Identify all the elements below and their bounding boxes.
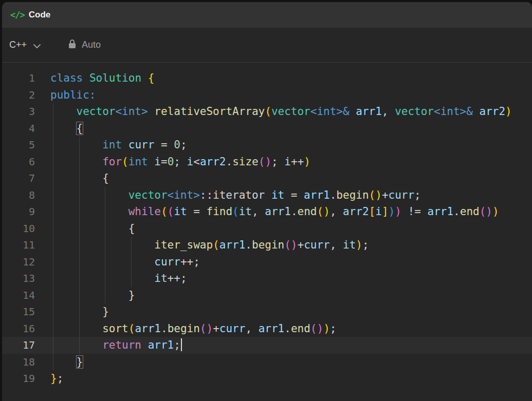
code-token: ; bbox=[330, 322, 337, 335]
code-token: , bbox=[330, 239, 343, 251]
code-token: int bbox=[129, 156, 148, 168]
code-token: ( bbox=[265, 105, 271, 118]
code-token: arr1 bbox=[428, 205, 454, 218]
code-token: sort bbox=[102, 322, 129, 335]
code-token: find bbox=[206, 205, 232, 218]
code-token: vector bbox=[271, 105, 310, 118]
code-line[interactable]: 4 { bbox=[2, 120, 532, 137]
code-token: ) bbox=[505, 105, 512, 118]
code-line[interactable]: 2public: bbox=[2, 87, 532, 104]
code-token: ; bbox=[174, 156, 187, 168]
code-token: ; bbox=[57, 372, 64, 385]
code-line[interactable]: 10 { bbox=[2, 220, 532, 237]
code-line[interactable]: 14 } bbox=[2, 287, 532, 304]
code-token: ) bbox=[304, 156, 310, 168]
code-line[interactable]: 6 for(int i=0; i<arr2.size(); i++) bbox=[2, 154, 532, 170]
line-number: 3 bbox=[2, 103, 35, 120]
code-token: ) bbox=[317, 322, 324, 335]
code-token: arr2 bbox=[343, 205, 369, 218]
code-token: ( bbox=[161, 205, 168, 218]
code-token: ( bbox=[168, 205, 174, 218]
code-line[interactable]: 17 return arr1; bbox=[2, 337, 532, 354]
code-line[interactable]: 1class Solution { bbox=[2, 70, 532, 87]
code-token: arr1 bbox=[219, 239, 246, 251]
code-token: begin bbox=[336, 189, 369, 201]
language-selector[interactable]: C++ bbox=[9, 39, 41, 51]
code-token: , bbox=[382, 105, 395, 118]
code-line-content: { bbox=[35, 220, 135, 237]
code-line[interactable]: 15 } bbox=[2, 303, 532, 320]
code-token: vector bbox=[77, 105, 116, 118]
code-token: ) bbox=[395, 205, 401, 218]
code-line-content: curr++; bbox=[35, 254, 200, 271]
code-token: arr1 bbox=[135, 322, 161, 335]
code-token: . bbox=[284, 322, 291, 335]
line-number: 17 bbox=[2, 337, 35, 354]
code-line[interactable]: 13 it++; bbox=[2, 270, 532, 287]
code-token: vector bbox=[395, 105, 434, 118]
code-token: + bbox=[382, 189, 389, 201]
line-number: 4 bbox=[2, 120, 35, 137]
code-token: ++; bbox=[168, 272, 187, 284]
code-token: it bbox=[271, 189, 284, 201]
code-token: for bbox=[102, 156, 122, 168]
code-token: i bbox=[187, 156, 194, 168]
code-token: ) bbox=[323, 205, 330, 218]
code-token: ) bbox=[265, 156, 271, 168]
code-line-content: int curr = 0; bbox=[35, 137, 187, 154]
code-token: iter_swap bbox=[154, 239, 213, 251]
code-panel: </> Code C++ Auto 1class Solution {2publ… bbox=[2, 2, 532, 401]
code-token: arr1 bbox=[148, 339, 174, 351]
code-token: ( bbox=[129, 322, 135, 335]
code-token: ) bbox=[375, 189, 382, 201]
code-line-content: } bbox=[35, 354, 83, 371]
code-token: ( bbox=[200, 322, 207, 335]
code-editor[interactable]: 1class Solution {2public:3 vector<int> r… bbox=[2, 63, 532, 401]
code-token: it bbox=[343, 239, 356, 251]
code-token: class bbox=[50, 72, 83, 84]
code-token: arr1 bbox=[259, 322, 285, 335]
code-token: ( bbox=[284, 239, 291, 251]
code-token: int bbox=[102, 139, 122, 151]
auto-mode-button[interactable]: Auto bbox=[68, 39, 101, 51]
code-token: size bbox=[232, 156, 259, 168]
code-token bbox=[50, 256, 154, 268]
code-token: 0 bbox=[174, 139, 180, 151]
code-line[interactable]: 16 sort(arr1.begin()+curr, arr1.end()); bbox=[2, 320, 532, 337]
code-line[interactable]: 18 } bbox=[2, 354, 532, 371]
code-line[interactable]: 19}; bbox=[2, 370, 532, 387]
code-token: ; bbox=[362, 239, 369, 251]
code-line[interactable]: 3 vector<int> relativeSortArray(vector<i… bbox=[2, 103, 532, 120]
code-token: . bbox=[330, 189, 337, 201]
code-token bbox=[122, 139, 129, 151]
code-line-content: it++; bbox=[35, 270, 187, 287]
code-token: ) bbox=[356, 239, 362, 251]
code-line-content: } bbox=[35, 303, 109, 320]
code-line[interactable]: 8 vector<int>::iterator it = arr1.begin(… bbox=[2, 187, 532, 204]
code-token: ] bbox=[382, 205, 389, 218]
code-token: [ bbox=[369, 205, 376, 218]
code-token: = bbox=[284, 189, 304, 201]
code-token bbox=[50, 205, 129, 218]
code-token: ::iterator bbox=[200, 189, 271, 201]
code-line[interactable]: 9 while((it = find(it, arr1.end(), arr2[… bbox=[2, 203, 532, 220]
code-token: begin bbox=[168, 322, 200, 335]
line-number: 10 bbox=[2, 220, 35, 237]
code-token bbox=[83, 72, 89, 84]
code-token bbox=[141, 339, 148, 351]
code-token: curr bbox=[389, 189, 415, 201]
code-line[interactable]: 7 { bbox=[2, 170, 532, 187]
code-line-content: class Solution { bbox=[35, 70, 154, 87]
code-line[interactable]: 5 int curr = 0; bbox=[2, 137, 532, 154]
code-line[interactable]: 12 curr++; bbox=[2, 254, 532, 271]
code-token: , bbox=[245, 322, 258, 335]
code-token: , bbox=[330, 205, 343, 218]
code-token: end bbox=[460, 205, 480, 218]
code-token: . bbox=[161, 322, 168, 335]
code-token: ( bbox=[310, 322, 317, 335]
code-token: ; bbox=[414, 189, 421, 201]
code-line[interactable]: 11 iter_swap(arr1.begin()+curr, it); bbox=[2, 237, 532, 254]
code-token: + bbox=[298, 239, 304, 251]
code-token bbox=[50, 105, 77, 118]
code-token: begin bbox=[252, 239, 284, 251]
